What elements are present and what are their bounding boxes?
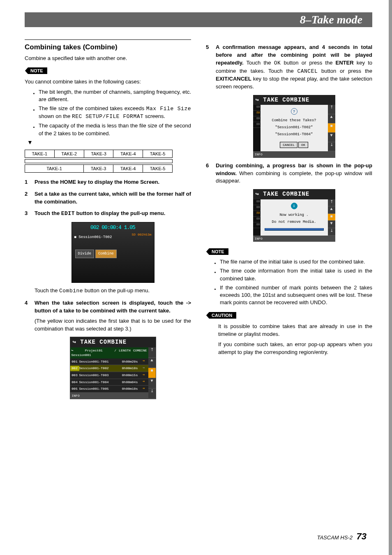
ok-button[interactable]: OK <box>298 142 308 148</box>
divide-button[interactable]: Divide <box>75 250 94 258</box>
step-5: 5 A confirmation message appears, and 4 … <box>206 44 372 158</box>
ss1-filename: ◼ Session001-T002 <box>74 235 112 240</box>
ss1-sd: SD 002h53m <box>131 232 151 237</box>
level-scale: 0000δ00000 <box>253 199 261 236</box>
screenshot-progress: ↪ TAKE COMBINE 0000δ00000 i Now working … <box>253 189 335 242</box>
diagram-row-blank <box>25 159 173 163</box>
chapter-title: 8–Take mode <box>25 13 372 26</box>
table-row[interactable]: 004Session001-T0040h00m04s➔ <box>70 379 148 386</box>
confirm-dialog: ? Combine these Takes? "Session001-T002"… <box>261 105 328 151</box>
info-icon: i <box>291 203 297 209</box>
progress-dialog: i Now working . Do not remove Media. <box>261 199 328 236</box>
left-column: Combining takes (Combine) Combine a spec… <box>25 39 191 403</box>
step-6: 6 During combining, a progress bar is sh… <box>206 162 372 242</box>
col-length: LENGTH <box>118 347 132 358</box>
note-tag: NOTE <box>25 67 47 74</box>
ss2-title: ↪ TAKE COMBINE <box>70 337 156 347</box>
steps: 1 Press the HOME key to display the Home… <box>25 178 191 400</box>
step-4: 4 When the take selection screen is disp… <box>25 299 191 399</box>
note2-list: The file name of the initial take is use… <box>214 258 372 306</box>
screenshot-take-combine: ↪ TAKE COMBINE ↪ Project01 / Session001 … <box>70 337 156 399</box>
info-button[interactable]: INFO <box>253 151 335 158</box>
step-3: 3 Touch the EDIT button to display the p… <box>25 210 191 295</box>
right-column: 5 A confirmation message appears, and 4 … <box>206 39 372 403</box>
diagram-arrow-icon: ▼ <box>27 141 191 144</box>
section-heading: Combining takes (Combine) <box>25 39 191 51</box>
info-button[interactable]: INFO <box>253 236 335 242</box>
note1-list: The bit length, the number of channels, … <box>33 88 191 137</box>
note2-item1: The file name of the initial take is use… <box>214 258 372 266</box>
page: 8–Take mode Combining takes (Combine) Co… <box>0 0 392 555</box>
ss1-time: 002 00:00:4 1.05 <box>72 224 154 232</box>
screenshot-edit-menu: 002 00:00:4 1.05 ◼ Session001-T002 SD 00… <box>71 222 154 283</box>
caution-p2: If you combine such takes, an error pop-… <box>218 341 372 356</box>
diagram-row-1: TAKE-1 TAKE-2 TAKE-3 TAKE-4 TAKE-5 <box>25 150 173 158</box>
progress-bar <box>265 228 324 231</box>
level-scale: 00δ00000 <box>253 105 261 151</box>
ss2-header: ↪ Project01 / Session001 LENGTH COMBINE <box>70 347 148 358</box>
intro-text: Combine a specified take with another on… <box>25 55 191 62</box>
product-name: TASCAM HS-2 <box>317 534 352 541</box>
take-diagram: TAKE-1 TAKE-2 TAKE-3 TAKE-4 TAKE-5 TAKE-… <box>25 150 173 173</box>
steps-right: 5 A confirmation message appears, and 4 … <box>206 44 372 242</box>
step-1: 1 Press the HOME key to display the Home… <box>25 178 191 186</box>
arrow-right-icon[interactable]: ➔ <box>139 372 148 379</box>
arrow-right-icon[interactable]: ➔ <box>139 358 148 365</box>
diagram-row-2: TAKE-1 TAKE-3 TAKE-4 TAKE-5 <box>25 164 173 173</box>
table-row[interactable]: 003Session001-T0030h00m15s➔ <box>70 372 148 379</box>
ss3-title: ↪ TAKE COMBINE <box>253 95 335 105</box>
step-2: 2 Set a take as the current take, which … <box>25 190 191 206</box>
scrollbar[interactable]: ⤒▲■▼⤓ <box>328 105 335 151</box>
col-combine: COMBINE <box>132 347 148 358</box>
step3-after: Touch the Combine button on the pull-up … <box>35 287 191 295</box>
step4-para: (The yellow icon indicates the first tak… <box>35 317 191 333</box>
info-button[interactable]: INFO <box>70 393 148 399</box>
ss4-title: ↪ TAKE COMBINE <box>253 189 335 199</box>
scrollbar[interactable]: ⤒▲■▼⤓ <box>328 199 335 236</box>
note2-item2: The time code information from the initi… <box>214 267 372 282</box>
note2-item3: If the combined number of mark points be… <box>214 284 372 307</box>
note1-item1: The bit length, the number of channels, … <box>33 88 191 103</box>
table-row[interactable]: 002Session001-T0020h00m10s➔ <box>70 365 148 372</box>
arrow-right-icon[interactable]: ➔ <box>139 365 148 372</box>
page-footer: TASCAM HS-2 73 <box>317 531 367 542</box>
table-row[interactable]: 005Session001-T0050h00m10s➔ <box>70 386 148 393</box>
screenshot-confirm: ↪ TAKE COMBINE 00δ00000 ? Combine these … <box>253 95 335 158</box>
note-tag: NOTE <box>206 248 228 255</box>
note1-item2: The file size of the combined takes exce… <box>33 105 191 120</box>
scrollbar[interactable]: ⤒▲■▼⤓ <box>148 347 156 399</box>
cancel-button[interactable]: CANCEL <box>280 142 297 148</box>
note1-intro: You cannot combine takes in the followin… <box>25 78 191 86</box>
combine-button[interactable]: Combine <box>95 250 117 258</box>
caution-p1: It is possible to combine takes that are… <box>218 323 372 338</box>
page-number: 73 <box>357 531 367 541</box>
arrow-right-icon[interactable]: ➔ <box>139 386 148 392</box>
question-icon: ? <box>291 108 297 115</box>
ss1-buttons: Divide Combine <box>75 250 117 258</box>
arrow-right-icon[interactable]: ➔ <box>139 379 148 385</box>
columns: Combining takes (Combine) Combine a spec… <box>25 39 372 403</box>
chapter-header: 8–Take mode <box>25 12 372 27</box>
table-row[interactable]: 001Session001-T0010h00m20s➔ <box>70 358 148 365</box>
caution-tag: CAUTION <box>206 312 236 319</box>
note1-item3: The capacity of the media is less than t… <box>33 122 191 137</box>
